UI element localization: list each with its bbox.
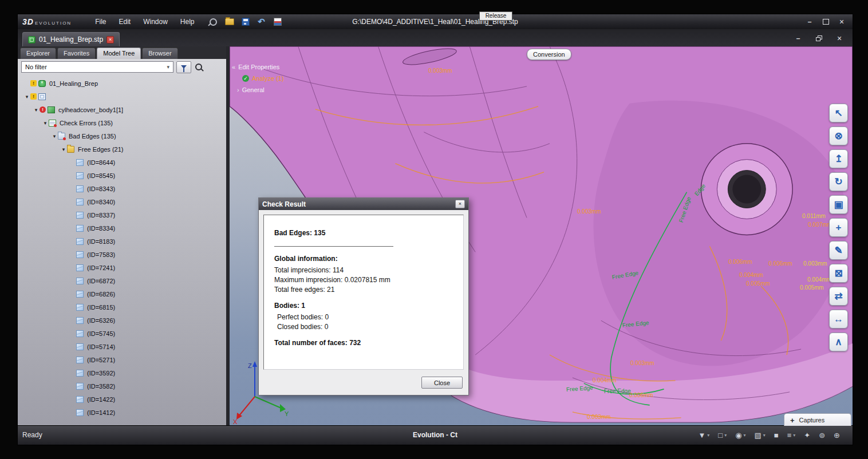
tree-row[interactable]: (ID=6815): [18, 300, 226, 314]
render-mode-icon[interactable]: ▧: [755, 431, 766, 440]
expander-icon[interactable]: [42, 120, 49, 126]
tab-explorer[interactable]: Explorer: [20, 48, 56, 59]
tab-model-tree[interactable]: Model Tree: [97, 48, 141, 59]
child-restore-button[interactable]: [811, 33, 826, 43]
tab-browser[interactable]: Browser: [142, 48, 177, 59]
status-icon-glyph: ◉: [735, 431, 741, 440]
pick-filter-button[interactable]: ↥: [829, 149, 848, 168]
tree-row[interactable]: (ID=8334): [18, 221, 226, 235]
dropdown-caret-icon[interactable]: [724, 433, 727, 438]
toolbar-icon: [242, 18, 250, 26]
layers-status-icon[interactable]: ≡: [787, 431, 796, 440]
collapse-toolbar-button[interactable]: ∧: [829, 333, 848, 351]
menu-edit[interactable]: Edit: [113, 16, 136, 27]
tree-row[interactable]: (ID=8340): [18, 195, 226, 208]
tree-row[interactable]: (ID=5745): [18, 327, 226, 340]
child-minimize-button[interactable]: [791, 33, 806, 43]
filter-dropdown[interactable]: No filter ▾: [21, 61, 173, 73]
rotate-view-button[interactable]: ↻: [829, 172, 848, 191]
expander-icon[interactable]: [33, 107, 40, 113]
dropdown-caret-icon[interactable]: [743, 433, 745, 438]
dropdown-caret-icon[interactable]: [707, 433, 709, 438]
transform-tool-button[interactable]: ▣: [829, 195, 848, 214]
document-close-icon[interactable]: [106, 36, 114, 43]
tree-row[interactable]: (ID=1412): [18, 406, 226, 419]
tree-row[interactable]: (ID=8337): [18, 208, 226, 221]
minimize-button[interactable]: [802, 17, 817, 27]
menu-window[interactable]: Window: [138, 16, 173, 27]
tree-label: (ID=8644): [87, 159, 115, 166]
captures-tab[interactable]: Captures: [784, 413, 851, 426]
tree-row[interactable]: (ID=8183): [18, 235, 226, 248]
tree-row[interactable]: (ID=8545): [18, 169, 226, 182]
search-icon[interactable]: [195, 64, 202, 70]
tree-label: cylheadcover_body1[1]: [58, 106, 123, 113]
annotate-status-icon[interactable]: ✦: [804, 431, 810, 440]
tree-row[interactable]: [18, 90, 226, 103]
visibility-status-icon[interactable]: ◉: [735, 431, 745, 440]
dialog-close-icon[interactable]: [455, 200, 465, 208]
orbit-status-icon[interactable]: ⊚: [819, 431, 825, 440]
open-file-button[interactable]: [224, 17, 235, 27]
pan-tool-button[interactable]: ↔: [829, 310, 848, 329]
tree-row[interactable]: (ID=6826): [18, 287, 226, 300]
tree-row[interactable]: (ID=7583): [18, 248, 226, 261]
dropdown-caret-icon[interactable]: [793, 433, 795, 438]
tree-row[interactable]: (ID=6326): [18, 314, 226, 327]
tree-row[interactable]: (ID=8343): [18, 182, 226, 195]
chevron-down-icon[interactable]: ▾: [167, 64, 169, 70]
close-button[interactable]: [834, 17, 849, 27]
menu-file[interactable]: File: [90, 16, 111, 27]
maximize-button[interactable]: [818, 17, 833, 27]
dialog-close-button[interactable]: Close: [421, 377, 463, 389]
tab-favorites[interactable]: Favorites: [57, 48, 96, 59]
filter-button[interactable]: [176, 61, 191, 73]
delete-selection-button[interactable]: ⊗: [829, 126, 848, 145]
viewport-3d[interactable]: 0.003mm0.003mm0.011mm0.007mm0.006mm0.006…: [230, 46, 853, 426]
expander-icon[interactable]: [23, 94, 30, 100]
deselect-region-button[interactable]: ⊠: [829, 264, 848, 283]
tree-row[interactable]: 01_Healing_Brep: [18, 77, 226, 90]
plus-icon[interactable]: [790, 415, 795, 425]
toolbar-icon: ↶: [258, 18, 265, 25]
tree-row[interactable]: cylheadcover_body1[1]: [18, 103, 226, 116]
tree-row[interactable]: (ID=7241): [18, 261, 226, 274]
tree-row[interactable]: (ID=1422): [18, 393, 226, 406]
filter-status-icon[interactable]: ▼: [698, 431, 709, 440]
license-key-icon[interactable]: [208, 17, 219, 27]
status-icon-glyph: ▼: [698, 431, 705, 440]
expander-icon[interactable]: [51, 133, 58, 139]
display-status-icon[interactable]: □: [718, 431, 727, 440]
document-tab[interactable]: 01_Healing_Brep.stp: [22, 32, 120, 46]
tree-row[interactable]: (ID=6872): [18, 274, 226, 287]
report-button[interactable]: [272, 17, 283, 27]
tree-row[interactable]: (ID=3582): [18, 379, 226, 393]
conversion-button[interactable]: Conversion: [527, 49, 571, 60]
dialog-titlebar[interactable]: Check Result: [259, 198, 468, 210]
tree-row[interactable]: (ID=3592): [18, 366, 226, 379]
analyze-item[interactable]: Analyze (1): [252, 75, 284, 82]
general-item[interactable]: General: [242, 86, 265, 93]
repair-tool-button[interactable]: ✎: [829, 241, 848, 260]
tree-row[interactable]: (ID=8644): [18, 156, 226, 169]
menu-help[interactable]: Help: [175, 16, 200, 27]
child-close-button[interactable]: [832, 33, 847, 43]
tree-row[interactable]: (ID=5714): [18, 340, 226, 353]
tree-row[interactable]: (ID=5271): [18, 353, 226, 366]
tree-label: (ID=1422): [87, 396, 115, 403]
chevron-right-icon[interactable]: [237, 86, 239, 93]
undo-button[interactable]: ↶: [256, 17, 267, 27]
save-file-button[interactable]: [240, 17, 251, 27]
status-icon-glyph: □: [718, 431, 723, 440]
dropdown-caret-icon[interactable]: [763, 433, 766, 438]
solid-mode-icon[interactable]: ■: [774, 431, 779, 440]
select-tool-button[interactable]: ↖: [829, 104, 848, 122]
expander-icon[interactable]: [60, 147, 67, 152]
add-geometry-button[interactable]: +: [829, 218, 848, 237]
tree-row[interactable]: Free Edges (21): [18, 143, 226, 156]
tree-row[interactable]: Bad Edges (135): [18, 129, 226, 143]
origin-status-icon[interactable]: ⊕: [834, 431, 840, 440]
tree-row[interactable]: Check Errors (135): [18, 116, 226, 129]
swap-tool-button[interactable]: ⇄: [829, 287, 848, 306]
collapse-panel-icon[interactable]: [232, 64, 235, 70]
